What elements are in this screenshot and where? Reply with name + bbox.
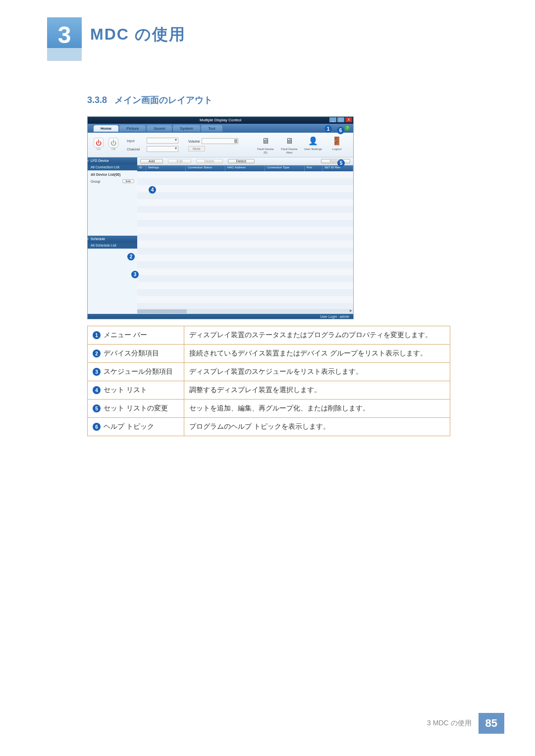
power-group: ⏻ On ⏻ Off bbox=[93, 138, 119, 152]
legend-label-3: スケジュール分類項目 bbox=[104, 367, 173, 375]
legend-label-6: ヘルプ トピック bbox=[104, 422, 154, 430]
edit-button[interactable]: Edit bbox=[168, 159, 191, 163]
legend-row-5: 5セット リストの変更 セットを追加、編集、再グループ化、または削除します。 bbox=[88, 400, 450, 418]
column-header-row: ID Settings Connection Status MAC Addres… bbox=[137, 165, 353, 171]
max-button[interactable]: □ bbox=[337, 117, 344, 122]
page-footer: 3 MDC の使用 85 bbox=[427, 713, 504, 734]
delete-button[interactable]: Delete bbox=[196, 159, 223, 163]
status-bar: User Login : admin bbox=[88, 314, 353, 319]
fault-alert-icon: 🖥 bbox=[284, 136, 295, 147]
input-label: Input bbox=[127, 139, 145, 143]
lfd-device-header[interactable]: LFD Device bbox=[88, 157, 137, 164]
toolbar: ⏻ On ⏻ Off Input Channel Volume Mute bbox=[88, 133, 353, 157]
power-on-button[interactable]: ⏻ On bbox=[93, 138, 105, 152]
logout-button[interactable]: 🚪 Logout bbox=[326, 136, 347, 154]
chapter-title: MDC の使用 bbox=[90, 24, 186, 46]
col-conn-status[interactable]: Connection Status bbox=[186, 165, 225, 171]
section-number: 3.3.8 bbox=[87, 95, 107, 105]
detect-button[interactable]: Detect bbox=[228, 159, 255, 163]
legend-num-2: 2 bbox=[93, 350, 101, 357]
user-settings-label: User Settings bbox=[304, 148, 322, 151]
tab-picture[interactable]: Picture bbox=[119, 125, 146, 132]
legend-label-2: デバイス分類項目 bbox=[104, 349, 159, 357]
legend-num-5: 5 bbox=[93, 404, 101, 412]
main-area: Add Edit Delete Detect Refresh ID Settin… bbox=[137, 157, 353, 314]
channel-label: Channel bbox=[127, 148, 145, 151]
legend-num-1: 1 bbox=[93, 331, 101, 339]
horizontal-scrollbar[interactable] bbox=[137, 309, 353, 314]
device-grid[interactable] bbox=[137, 171, 353, 309]
power-off-icon: ⏻ bbox=[108, 138, 118, 148]
toolbar-right: 🖥 Fault Device (0) 🖥 Fault Device Alert … bbox=[255, 136, 347, 154]
power-on-icon: ⏻ bbox=[94, 138, 104, 148]
section-heading: 3.3.8 メイン画面のレイアウト bbox=[87, 94, 213, 106]
legend-row-1: 1メニュー バー ディスプレイ装置のステータスまたはプログラムのプロパティを変更… bbox=[88, 326, 450, 345]
tab-home[interactable]: Home bbox=[94, 125, 118, 132]
group-label: Group bbox=[91, 180, 100, 183]
col-setid[interactable]: SET ID Ran bbox=[322, 165, 353, 171]
legend-desc-5: セットを追加、編集、再グループ化、または削除します。 bbox=[184, 400, 450, 418]
col-conn-type[interactable]: Connection Type bbox=[265, 165, 305, 171]
channel-dropdown[interactable] bbox=[147, 146, 178, 152]
volume-slider[interactable] bbox=[202, 138, 238, 144]
callout-3: 3 bbox=[131, 271, 139, 278]
fault-device-button[interactable]: 🖥 Fault Device (0) bbox=[255, 136, 276, 154]
legend-row-2: 2デバイス分類項目 接続されているデバイス装置またはデバイス グループをリスト表… bbox=[88, 345, 450, 363]
callout-1: 1 bbox=[324, 125, 332, 133]
col-mac[interactable]: MAC Address bbox=[225, 165, 265, 171]
legend-row-3: 3スケジュール分類項目 ディスプレイ装置のスケジュールをリスト表示します。 bbox=[88, 363, 450, 381]
window-buttons: _ □ X bbox=[329, 117, 352, 122]
input-dropdown[interactable] bbox=[147, 138, 178, 144]
legend-desc-2: 接続されているデバイス装置またはデバイス グループをリスト表示します。 bbox=[184, 345, 450, 363]
tab-tool[interactable]: Tool bbox=[201, 125, 222, 132]
col-id[interactable]: ID bbox=[137, 165, 146, 171]
fault-alert-button[interactable]: 🖥 Fault Device Alert bbox=[279, 136, 300, 154]
volume-group: Volume Mute bbox=[188, 138, 238, 151]
col-settings[interactable]: Settings bbox=[146, 165, 186, 171]
tab-sound[interactable]: Sound bbox=[147, 125, 172, 132]
power-off-label: Off bbox=[111, 148, 115, 151]
power-off-button[interactable]: ⏻ Off bbox=[107, 138, 119, 152]
user-settings-button[interactable]: 👤 User Settings bbox=[303, 136, 323, 154]
footer-chapter-ref: 3 MDC の使用 bbox=[427, 719, 471, 728]
tab-system[interactable]: System bbox=[173, 125, 200, 132]
chapter-badge: 3 bbox=[47, 17, 82, 61]
add-button[interactable]: Add bbox=[140, 159, 163, 163]
refresh-button[interactable]: Refresh bbox=[321, 159, 350, 163]
close-button[interactable]: X bbox=[345, 117, 352, 122]
callout-2: 2 bbox=[127, 253, 135, 260]
all-connection-list[interactable]: All Connection List bbox=[88, 164, 137, 170]
legend-num-3: 3 bbox=[93, 368, 101, 376]
action-bar: Add Edit Delete Detect Refresh bbox=[137, 157, 353, 165]
legend-desc-3: ディスプレイ装置のスケジュールをリスト表示します。 bbox=[184, 363, 450, 381]
fault-device-icon: 🖥 bbox=[260, 136, 271, 147]
col-port[interactable]: Port bbox=[305, 165, 322, 171]
legend-row-4: 4セット リスト 調整するディスプレイ装置を選択します。 bbox=[88, 381, 450, 400]
window-titlebar: Multiple Display Control _ □ X bbox=[88, 117, 353, 124]
help-icon[interactable]: ? bbox=[344, 125, 350, 131]
device-pane: All Device List(00) Group Edit bbox=[88, 170, 137, 236]
legend-label-4: セット リスト bbox=[104, 386, 147, 394]
legend-num-6: 6 bbox=[93, 423, 101, 431]
callout-5: 5 bbox=[337, 159, 345, 167]
tab-bar: Home Picture Sound System Tool ? bbox=[88, 124, 353, 133]
logout-label: Logout bbox=[332, 148, 341, 151]
min-button[interactable]: _ bbox=[329, 117, 336, 122]
legend-num-4: 4 bbox=[93, 386, 101, 394]
window-title: Multiple Display Control bbox=[200, 118, 241, 122]
section-title: メイン画面のレイアウト bbox=[114, 95, 213, 105]
page-number: 85 bbox=[479, 713, 504, 734]
callout-6: 6 bbox=[337, 127, 344, 134]
volume-label: Volume bbox=[188, 140, 200, 143]
all-schedule-list[interactable]: All Schedule List bbox=[88, 243, 137, 249]
group-edit-button[interactable]: Edit bbox=[122, 179, 134, 183]
legend-label-5: セット リストの変更 bbox=[104, 404, 168, 412]
app-screenshot: Multiple Display Control _ □ X Home Pict… bbox=[87, 116, 354, 319]
all-device-list-title: All Device List(00) bbox=[91, 173, 134, 176]
legend-label-1: メニュー バー bbox=[104, 331, 147, 339]
legend-desc-1: ディスプレイ装置のステータスまたはプログラムのプロパティを変更します。 bbox=[184, 326, 450, 345]
schedule-header[interactable]: Schedule bbox=[88, 236, 137, 243]
mute-button[interactable]: Mute bbox=[188, 146, 205, 151]
callout-4: 4 bbox=[149, 186, 156, 194]
legend-desc-6: プログラムのヘルプ トピックを表示します。 bbox=[184, 418, 450, 436]
